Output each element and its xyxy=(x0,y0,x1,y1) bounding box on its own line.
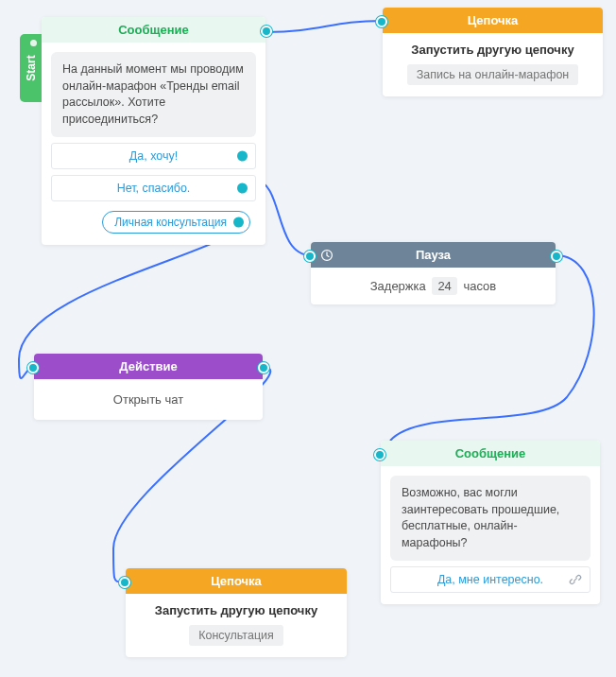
delay-value: 24 xyxy=(432,277,456,295)
node-body: На данный момент мы проводим онлайн-мара… xyxy=(42,43,265,245)
input-port-icon[interactable] xyxy=(304,251,316,262)
chain-title: Запустить другую цепочку xyxy=(135,603,337,617)
delay-suffix: часов xyxy=(463,279,496,293)
output-port-icon[interactable] xyxy=(258,362,269,373)
message-bubble: Возможно, вас могли заинтересовать проше… xyxy=(390,476,590,561)
delay-prefix: Задержка xyxy=(370,279,426,293)
connector-port-icon[interactable] xyxy=(237,151,248,162)
option-no[interactable]: Нет, спасибо. xyxy=(51,175,256,201)
delay-line: Задержка 24 часов xyxy=(311,268,556,304)
node-body: Возможно, вас могли заинтересовать проше… xyxy=(381,466,600,604)
node-action-openchat[interactable]: Действие Открыть чат xyxy=(34,354,263,420)
option-label: Да, мне интересно. xyxy=(437,573,543,586)
chain-sub: Запись на онлайн-марафон xyxy=(407,64,579,85)
input-port-icon[interactable] xyxy=(374,449,385,460)
node-chain-consult[interactable]: Цепочка Запустить другую цепочку Консуль… xyxy=(126,568,347,657)
clock-icon xyxy=(320,249,334,262)
chain-sub: Консультация xyxy=(189,625,283,646)
option-label: Да, хочу! xyxy=(129,149,178,163)
node-header: Цепочка xyxy=(383,8,603,33)
input-port-icon[interactable] xyxy=(376,16,387,27)
node-chain-signup[interactable]: Цепочка Запустить другую цепочку Запись … xyxy=(383,8,603,96)
option-yes[interactable]: Да, хочу! xyxy=(51,143,256,169)
node-body: Запустить другую цепочку Консультация xyxy=(126,594,347,657)
node-header: Действие xyxy=(34,354,263,379)
output-port-icon[interactable] xyxy=(261,26,272,37)
node-header: Сообщение xyxy=(381,441,600,466)
connector-port-icon[interactable] xyxy=(237,183,248,194)
pause-header-label: Пауза xyxy=(416,248,451,262)
output-port-icon[interactable] xyxy=(551,251,562,262)
start-dot-icon xyxy=(30,40,37,46)
option-label: Нет, спасибо. xyxy=(117,182,191,195)
node-message-start[interactable]: Start Сообщение На данный момент мы пров… xyxy=(42,17,265,245)
node-body: Запустить другую цепочку Запись на онлай… xyxy=(383,33,603,96)
node-header: Пауза xyxy=(311,242,556,268)
pill-label: Личная консультация xyxy=(114,216,227,229)
start-label: Start xyxy=(25,55,38,80)
node-message-followup[interactable]: Сообщение Возможно, вас могли заинтересо… xyxy=(381,441,600,604)
input-port-icon[interactable] xyxy=(119,577,130,588)
chain-title: Запустить другую цепочку xyxy=(392,43,593,57)
node-header: Сообщение xyxy=(42,17,265,43)
option-interested[interactable]: Да, мне интересно. xyxy=(390,566,590,593)
action-text: Открыть чат xyxy=(34,379,263,420)
input-port-icon[interactable] xyxy=(27,362,39,373)
node-header: Цепочка xyxy=(126,568,347,594)
connector-port-icon[interactable] xyxy=(233,217,244,228)
flow-canvas[interactable]: Start Сообщение На данный момент мы пров… xyxy=(0,0,616,677)
personal-consultation-button[interactable]: Личная консультация xyxy=(102,211,250,234)
link-icon xyxy=(569,573,582,586)
node-pause[interactable]: Пауза Задержка 24 часов xyxy=(311,242,556,304)
message-bubble: На данный момент мы проводим онлайн-мара… xyxy=(51,52,256,137)
start-tab: Start xyxy=(20,34,42,102)
